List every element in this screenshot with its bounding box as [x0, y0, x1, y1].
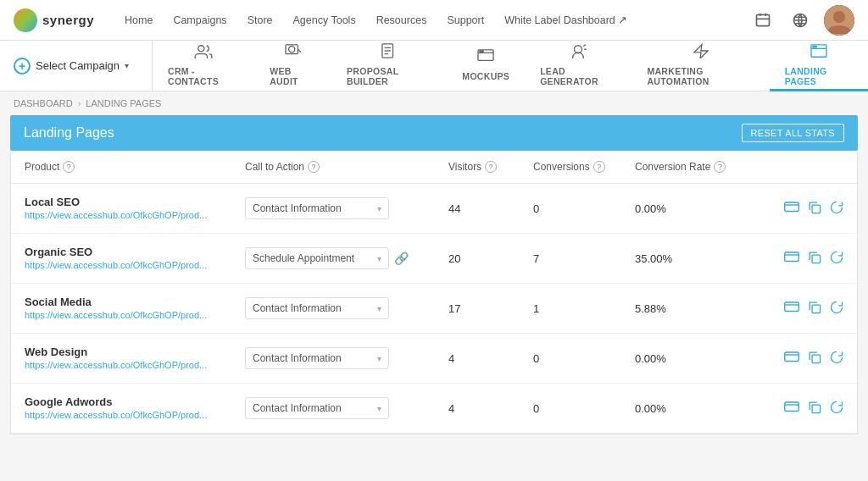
conversions-value: 0	[533, 202, 635, 215]
svg-point-18	[482, 50, 484, 52]
preview-icon[interactable]	[784, 252, 799, 266]
product-name: Google Adwords	[25, 395, 245, 408]
copy-icon[interactable]	[808, 251, 821, 267]
product-name: Social Media	[25, 296, 245, 308]
svg-point-24	[813, 46, 815, 47]
product-cell: Organic SEO https://view.accesshub.co/Of…	[25, 246, 245, 271]
svg-rect-35	[785, 352, 799, 362]
refresh-icon[interactable]	[830, 251, 843, 267]
product-help-icon[interactable]: ?	[63, 161, 75, 173]
nav-home[interactable]: Home	[114, 0, 163, 41]
chevron-down-icon: ▾	[125, 61, 129, 70]
automation-icon	[692, 43, 710, 63]
nav-campaigns[interactable]: Campaigns	[163, 0, 236, 41]
nav-store[interactable]: Store	[237, 0, 283, 41]
refresh-icon[interactable]	[830, 301, 843, 317]
visitors-help-icon[interactable]: ?	[485, 161, 497, 173]
table-row: Local SEO https://view.accesshub.co/Ofkc…	[11, 184, 857, 234]
cta-cell: Contact Information ▾	[245, 297, 448, 319]
table-row: Social Media https://view.accesshub.co/O…	[11, 284, 857, 334]
conversion-rate-value: 0.00%	[635, 202, 771, 215]
tab-landing-pages[interactable]: LANDING PAGES	[770, 41, 868, 91]
conversion-rate-value: 0.00%	[635, 402, 771, 415]
conversions-help-icon[interactable]: ?	[593, 161, 605, 173]
nav-resources[interactable]: Resources	[366, 0, 437, 41]
product-url[interactable]: https://view.accesshub.co/OfkcGhOP/prod.…	[25, 260, 207, 270]
link-icon[interactable]: 🔗	[394, 252, 409, 265]
table-header: Product ? Call to Action ? Visitors ? Co…	[11, 151, 857, 184]
conversion-rate-value: 0.00%	[635, 352, 771, 365]
preview-icon[interactable]	[784, 202, 799, 216]
breadcrumb-separator: ›	[78, 98, 81, 108]
preview-icon[interactable]	[784, 401, 799, 416]
breadcrumb-landing-pages[interactable]: LANDING PAGES	[86, 98, 161, 108]
reset-all-stats-button[interactable]: RESET ALL STATS	[742, 124, 844, 142]
product-url[interactable]: https://view.accesshub.co/OfkcGhOP/prod.…	[25, 310, 207, 320]
cta-cell: Contact Information ▾	[245, 347, 448, 369]
copy-icon[interactable]	[808, 401, 821, 417]
visitors-value: 4	[448, 402, 533, 415]
cta-value: Contact Information	[253, 402, 342, 414]
nav-agency-tools[interactable]: Agency Tools	[283, 0, 366, 41]
visitors-value: 4	[448, 352, 533, 365]
page-title: Landing Pages	[24, 125, 114, 141]
select-campaign-dropdown[interactable]: + Select Campaign ▾	[0, 41, 153, 91]
landing-pages-icon	[810, 43, 828, 63]
tab-web-audit[interactable]: WEB AUDIT	[254, 41, 331, 91]
visitors-value: 44	[448, 202, 533, 215]
copy-icon[interactable]	[808, 351, 821, 367]
refresh-icon[interactable]	[830, 401, 843, 417]
svg-rect-0	[757, 14, 770, 25]
logo-icon	[14, 8, 37, 32]
cta-dropdown[interactable]: Contact Information ▾	[245, 297, 389, 319]
svg-rect-26	[785, 202, 799, 212]
refresh-icon[interactable]	[830, 201, 843, 217]
svg-point-6	[833, 11, 845, 23]
preview-icon[interactable]	[784, 301, 799, 316]
refresh-icon[interactable]	[830, 351, 843, 367]
copy-icon[interactable]	[808, 201, 821, 217]
notification-icon[interactable]	[749, 7, 776, 34]
add-campaign-icon[interactable]: +	[14, 58, 31, 75]
tab-lead-generator[interactable]: LEAD GENERATOR	[525, 41, 632, 91]
tab-marketing-automation[interactable]: MARKETING AUTOMATION	[632, 41, 769, 91]
conversion-rate-help-icon[interactable]: ?	[714, 161, 726, 173]
product-cell: Google Adwords https://view.accesshub.co…	[25, 395, 245, 421]
preview-icon[interactable]	[784, 351, 799, 366]
globe-icon[interactable]	[787, 7, 814, 34]
svg-line-20	[584, 44, 587, 46]
row-actions	[771, 401, 843, 417]
tab-crm-contacts[interactable]: CRM - CONTACTS	[153, 41, 254, 91]
avatar[interactable]	[824, 5, 854, 36]
logo[interactable]: synergy	[14, 8, 94, 32]
cta-dropdown[interactable]: Contact Information ▾	[245, 397, 389, 419]
copy-icon[interactable]	[808, 301, 821, 317]
row-actions	[771, 251, 843, 267]
product-url[interactable]: https://view.accesshub.co/OfkcGhOP/prod.…	[25, 210, 207, 220]
cta-dropdown[interactable]: Contact Information ▾	[245, 197, 389, 219]
nav-white-label[interactable]: White Label Dashboard ↗	[494, 0, 637, 41]
visitors-value: 17	[448, 302, 533, 315]
svg-point-17	[480, 50, 481, 52]
lead-gen-icon	[569, 43, 587, 63]
svg-rect-37	[812, 355, 820, 362]
svg-rect-34	[812, 305, 820, 312]
breadcrumb-dashboard[interactable]: DASHBOARD	[14, 98, 73, 108]
product-url[interactable]: https://view.accesshub.co/OfkcGhOP/prod.…	[25, 360, 207, 370]
tab-mockups[interactable]: MOCKUPS	[447, 41, 525, 91]
conversions-value: 0	[533, 352, 635, 365]
main-content: Product ? Call to Action ? Visitors ? Co…	[10, 151, 858, 434]
cta-help-icon[interactable]: ?	[308, 161, 320, 173]
nav-support[interactable]: Support	[437, 0, 494, 41]
tab-crm-label: CRM - CONTACTS	[168, 66, 239, 86]
conversions-value: 0	[533, 402, 635, 415]
tab-proposal-builder[interactable]: PROPOSAL BUILDER	[331, 41, 447, 91]
cta-dropdown[interactable]: Contact Information ▾	[245, 347, 389, 369]
svg-point-25	[815, 46, 816, 47]
cta-dropdown[interactable]: Schedule Appointment ▾	[245, 247, 389, 269]
cta-value: Schedule Appointment	[253, 252, 354, 264]
dropdown-arrow-icon: ▾	[377, 404, 381, 413]
crm-icon	[194, 43, 213, 63]
product-url[interactable]: https://view.accesshub.co/OfkcGhOP/prod.…	[25, 410, 207, 420]
svg-rect-40	[812, 405, 820, 412]
